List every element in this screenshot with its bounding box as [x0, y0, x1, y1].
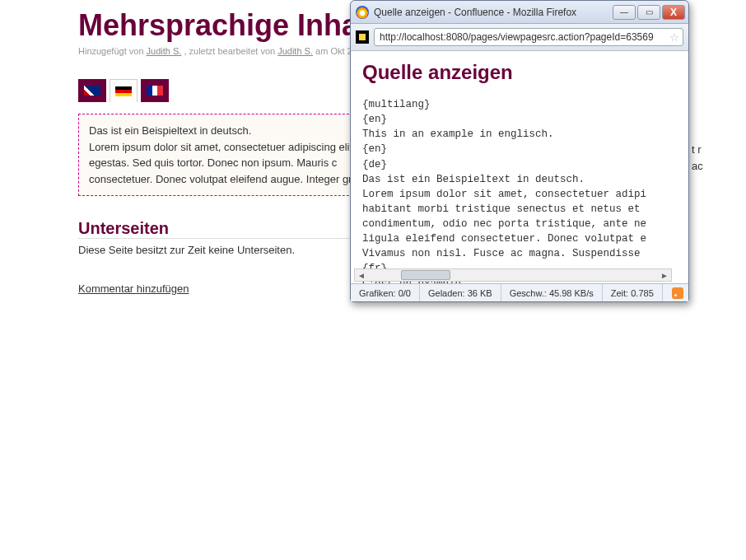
rss-icon[interactable] — [672, 287, 683, 299]
browser-viewport: Quelle anzeigen {multilang} {en} This in… — [351, 51, 688, 283]
status-geladen: Geladen: 36 KB — [420, 284, 501, 301]
firefox-popup: Quelle anzeigen - Confluence - Mozilla F… — [350, 0, 689, 302]
scroll-left-icon[interactable]: ◄ — [355, 271, 368, 280]
meta-mid: , zuletzt bearbeitet von — [184, 46, 277, 56]
firefox-icon — [356, 6, 369, 19]
editor-link[interactable]: Judith S. — [277, 46, 313, 56]
url-text: http://localhost:8080/pages/viewpagesrc.… — [380, 31, 654, 43]
scroll-right-icon[interactable]: ► — [658, 271, 671, 280]
bg-text-fragment: t r — [692, 143, 702, 156]
lang-tab-fr[interactable] — [141, 79, 169, 102]
url-bar[interactable]: http://localhost:8080/pages/viewpagesrc.… — [374, 28, 683, 46]
flag-fr-icon — [147, 86, 163, 96]
maximize-button[interactable]: ▭ — [637, 5, 660, 20]
source-code: {multilang} {en} This in an example in e… — [362, 97, 680, 283]
window-buttons: — ▭ X — [613, 5, 685, 20]
author-link[interactable]: Judith S. — [147, 46, 182, 56]
window-title: Quelle anzeigen - Confluence - Mozilla F… — [374, 7, 613, 18]
scroll-thumb[interactable] — [401, 270, 450, 280]
lang-tab-de[interactable] — [110, 79, 138, 102]
close-button[interactable]: X — [662, 5, 685, 20]
flag-de-icon — [115, 86, 132, 96]
status-geschw: Geschw.: 45.98 KB/s — [501, 284, 603, 301]
status-zeit: Zeit: 0.785 — [603, 284, 663, 301]
status-bar: Grafiken: 0/0 Geladen: 36 KB Geschw.: 45… — [351, 283, 688, 301]
window-titlebar[interactable]: Quelle anzeigen - Confluence - Mozilla F… — [351, 1, 688, 24]
site-favicon — [356, 30, 369, 44]
horizontal-scrollbar[interactable]: ◄ ► — [354, 268, 672, 282]
meta-prefix: Hinzugefügt von — [78, 46, 147, 56]
add-comment-link[interactable]: Kommentar hinzufügen — [78, 282, 189, 295]
bookmark-star-icon[interactable]: ☆ — [669, 31, 679, 44]
flag-en-icon — [84, 86, 100, 96]
status-grafiken: Grafiken: 0/0 — [351, 284, 420, 301]
source-heading: Quelle anzeigen — [362, 61, 680, 84]
browser-toolbar: http://localhost:8080/pages/viewpagesrc.… — [351, 24, 688, 51]
lang-tab-en[interactable] — [78, 79, 106, 102]
minimize-button[interactable]: — — [613, 5, 636, 20]
bg-text-fragment: ac — [692, 160, 703, 172]
